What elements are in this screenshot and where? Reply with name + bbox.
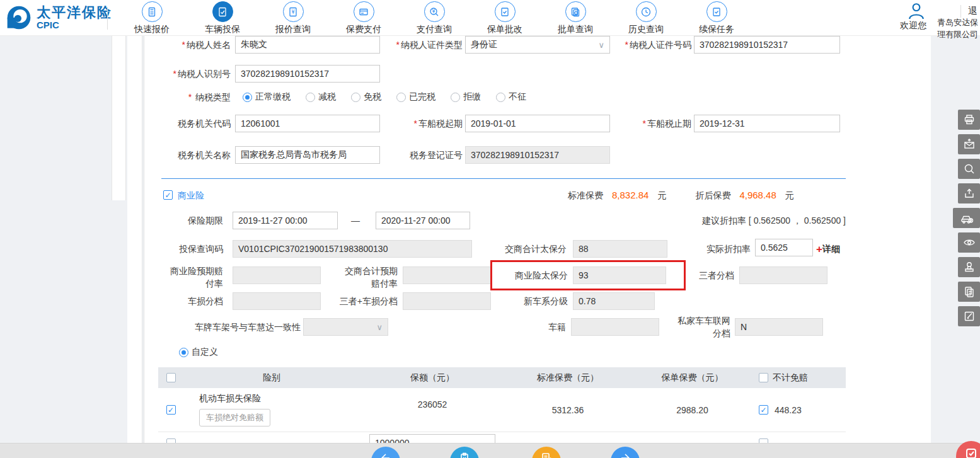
nav-renewal-task[interactable]: 续保任务	[681, 1, 752, 35]
documents-icon	[963, 285, 976, 298]
stamp-tool-button[interactable]	[958, 257, 980, 277]
cert-type-select[interactable]: 身份证 ∨	[465, 36, 610, 54]
actual-discount-label: 实际折扣率	[699, 240, 751, 258]
col-amount: 保额（元）	[360, 372, 505, 384]
amount-input[interactable]	[369, 434, 495, 443]
tax-start-label: *车船税起期	[376, 115, 463, 132]
nav-endorse-query[interactable]: 批单查询	[540, 1, 611, 35]
select-all-checkbox[interactable]: ✓	[166, 373, 176, 382]
cert-no-input[interactable]	[694, 36, 840, 54]
radio-selected-icon	[179, 348, 188, 357]
actual-discount-input[interactable]	[755, 239, 813, 256]
vehicle-tool-button[interactable]	[953, 208, 980, 228]
row-checkbox[interactable]: ✓	[166, 438, 176, 443]
deductible-checkbox[interactable]: ✓	[759, 438, 768, 443]
view-tool-button[interactable]	[958, 232, 980, 253]
chevron-down-icon: ∨	[376, 323, 383, 332]
radio-icon	[351, 93, 360, 102]
radio-custom[interactable]: 自定义	[179, 346, 218, 358]
history-icon	[640, 6, 652, 18]
nav-policy-endorse[interactable]: 保单批改	[470, 1, 540, 35]
radio-tax-none[interactable]: 不征	[496, 91, 526, 103]
section-divider	[161, 178, 846, 179]
radio-icon	[451, 93, 460, 102]
printer-icon	[963, 113, 976, 126]
tax-end-label: *车船税止期	[605, 115, 691, 132]
quote-query-icon: ¥	[287, 6, 299, 18]
deductible-checkbox[interactable]: ✓	[759, 405, 768, 415]
nav-vehicle-insure[interactable]: 车辆投保	[187, 1, 258, 35]
vehicle-icon	[960, 212, 974, 224]
nav-payment-query[interactable]: ¥ 支付查询	[399, 1, 470, 35]
edit-tool-button[interactable]	[958, 306, 980, 326]
policy-endorse-icon	[499, 6, 510, 18]
tax-reg-no-label: 税务登记证号	[376, 146, 463, 164]
user-avatar-icon[interactable]	[908, 2, 925, 21]
expected-loss-label: 商业险预期赔付率	[144, 265, 223, 290]
period-label: 保险期限	[144, 212, 223, 229]
radio-tax-reduce[interactable]: 减税	[306, 91, 336, 103]
confirm-check-icon	[964, 447, 978, 458]
disc-premium-value: 4,968.48	[739, 188, 776, 203]
telematics-label: 私家车车联网分档	[667, 314, 730, 340]
tax-type-label: * 纳税类型	[144, 91, 231, 103]
radio-normal-tax[interactable]: 正常缴税	[243, 91, 291, 103]
biz-score-input	[573, 266, 666, 284]
nav-history-query[interactable]: 历史查询	[611, 1, 681, 35]
col-policy: 保单保费（元）	[631, 372, 754, 384]
table-row-partial: ✓ ✓	[158, 432, 846, 443]
radio-icon	[496, 93, 505, 102]
radio-tax-refuse[interactable]: 拒缴	[451, 91, 481, 103]
search-tool-button[interactable]	[958, 159, 980, 179]
coverage-name: 机动车损失保险	[199, 393, 270, 404]
tax-reg-no-input	[465, 146, 610, 164]
bottom-action-bar	[0, 443, 980, 458]
taxpayer-id-input[interactable]	[235, 65, 380, 83]
svg-text:¥: ¥	[291, 9, 294, 15]
forward-icon	[619, 452, 631, 458]
send-mail-tool-button[interactable]	[958, 134, 980, 154]
period-dash: —	[347, 212, 364, 229]
tax-end-input[interactable]	[694, 115, 840, 132]
tax-org-code-input[interactable]	[235, 115, 380, 132]
left-scroll-strip[interactable]	[127, 36, 142, 443]
col-deductible: 不计免赔	[773, 372, 808, 384]
documents-tool-button[interactable]	[958, 282, 980, 302]
payment-query-icon: ¥	[429, 6, 440, 18]
col-std: 标准保费（元）	[505, 372, 631, 384]
period-to-input[interactable]	[376, 212, 470, 229]
policy-form-panel: *纳税人姓名 *纳税人证件类型 身份证 ∨ *纳税人证件号码 *纳税人识别号 *…	[144, 36, 931, 443]
cert-type-label: *纳税人证件类型	[376, 36, 463, 54]
detail-link[interactable]: +详细	[816, 240, 840, 258]
taxpayer-name-input[interactable]	[235, 36, 380, 54]
new-car-grade-input	[573, 292, 655, 310]
row-checkbox[interactable]: ✓	[166, 405, 176, 415]
tax-org-name-input[interactable]	[235, 146, 380, 164]
logout-button[interactable]: 退	[968, 5, 977, 17]
vehicle-insure-icon	[217, 6, 228, 18]
nav-quote-query[interactable]: ¥ 报价查询	[258, 1, 328, 35]
table-row-damage-coverage: ✓ 机动车损失保险 车损绝对免赔额 236052 5312.36 2988.20…	[158, 388, 846, 432]
premium-pay-icon	[358, 6, 369, 18]
nav-quick-quote[interactable]: 快速报价	[117, 1, 187, 35]
print-tool-button[interactable]	[958, 110, 980, 130]
period-from-input[interactable]	[233, 212, 338, 229]
commercial-checkbox[interactable]: ✓	[163, 190, 173, 200]
third-damage-tier-input	[403, 292, 491, 310]
radio-tax-paid[interactable]: 已完税	[396, 91, 435, 103]
disc-premium-label: 折后保费	[695, 188, 730, 203]
commercial-section-link[interactable]: 商业险	[178, 188, 204, 203]
deductible-all-checkbox[interactable]: ✓	[759, 373, 768, 382]
damage-tier-input	[233, 292, 321, 310]
coverage-policy-premium: 2988.20	[631, 388, 754, 432]
tax-start-input[interactable]	[465, 115, 610, 132]
export-tool-button[interactable]	[958, 183, 980, 203]
nav-premium-pay[interactable]: 保费支付	[328, 1, 399, 35]
damage-deductible-button[interactable]: 车损绝对免赔额	[199, 409, 270, 427]
radio-tax-free[interactable]: 免税	[351, 91, 381, 103]
expected-loss-input	[233, 266, 321, 284]
total-score-input	[573, 240, 667, 258]
taxpayer-id-label: *纳税人识别号	[144, 65, 231, 83]
header-divider	[107, 7, 108, 30]
col-name: 险别	[183, 372, 360, 384]
